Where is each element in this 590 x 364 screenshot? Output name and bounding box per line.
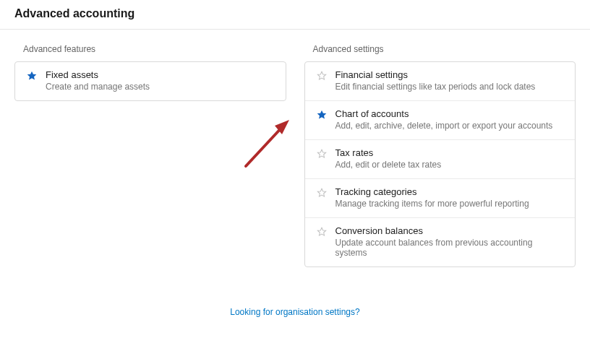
card-conversion-balances[interactable]: Conversion balances Update account balan… bbox=[305, 218, 576, 266]
card-tracking-categories[interactable]: Tracking categories Manage tracking item… bbox=[305, 179, 576, 218]
advanced-settings-list: Financial settings Edit financial settin… bbox=[304, 61, 576, 267]
card-body: Fixed assets Create and manage assets bbox=[40, 69, 275, 92]
card-body: Tracking categories Manage tracking item… bbox=[330, 186, 565, 209]
card-chart-of-accounts[interactable]: Chart of accounts Add, edit, archive, de… bbox=[305, 101, 576, 140]
star-icon[interactable] bbox=[24, 70, 40, 82]
advanced-settings-column: Advanced settings Financial settings Edi… bbox=[304, 44, 576, 267]
star-icon[interactable] bbox=[314, 148, 330, 160]
card-title: Financial settings bbox=[335, 69, 565, 80]
card-title: Conversion balances bbox=[335, 225, 565, 236]
advanced-features-list: Fixed assets Create and manage assets bbox=[14, 61, 286, 101]
star-icon[interactable] bbox=[314, 226, 330, 238]
card-desc: Manage tracking items for more powerful … bbox=[335, 199, 565, 209]
organisation-settings-link[interactable]: Looking for organisation settings? bbox=[230, 307, 359, 317]
footer: Looking for organisation settings? bbox=[0, 307, 590, 317]
card-desc: Edit financial settings like tax periods… bbox=[335, 82, 565, 92]
card-desc: Add, edit or delete tax rates bbox=[335, 160, 565, 170]
card-body: Financial settings Edit financial settin… bbox=[330, 69, 565, 92]
card-desc: Update account balances from previous ac… bbox=[335, 238, 565, 258]
card-title: Tracking categories bbox=[335, 186, 565, 197]
card-body: Conversion balances Update account balan… bbox=[330, 225, 565, 258]
advanced-features-column: Advanced features Fixed assets Create an… bbox=[14, 44, 286, 267]
card-title: Chart of accounts bbox=[335, 108, 565, 119]
advanced-features-label: Advanced features bbox=[23, 44, 286, 54]
card-desc: Add, edit, archive, delete, import or ex… bbox=[335, 121, 565, 131]
content-columns: Advanced features Fixed assets Create an… bbox=[0, 30, 590, 267]
card-title: Tax rates bbox=[335, 147, 565, 158]
star-icon[interactable] bbox=[314, 187, 330, 199]
card-body: Chart of accounts Add, edit, archive, de… bbox=[330, 108, 565, 131]
advanced-settings-label: Advanced settings bbox=[313, 44, 576, 54]
card-tax-rates[interactable]: Tax rates Add, edit or delete tax rates bbox=[305, 140, 576, 179]
card-title: Fixed assets bbox=[46, 69, 275, 80]
card-body: Tax rates Add, edit or delete tax rates bbox=[330, 147, 565, 170]
star-icon[interactable] bbox=[314, 109, 330, 121]
card-financial-settings[interactable]: Financial settings Edit financial settin… bbox=[305, 62, 576, 101]
page-title: Advanced accounting bbox=[0, 0, 590, 29]
card-fixed-assets[interactable]: Fixed assets Create and manage assets bbox=[15, 62, 286, 100]
card-desc: Create and manage assets bbox=[46, 82, 275, 92]
star-icon[interactable] bbox=[314, 70, 330, 82]
